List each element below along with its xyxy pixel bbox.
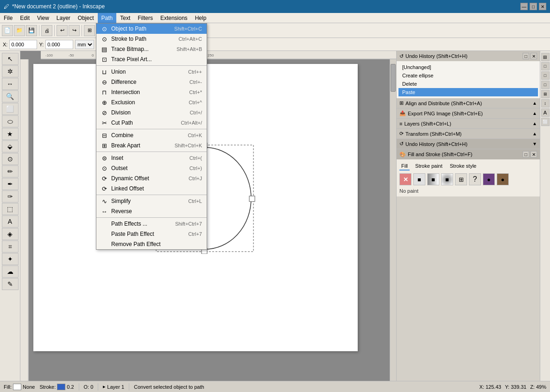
menu-filters[interactable]: Filters xyxy=(134,13,157,23)
menu-simplify[interactable]: ∿ Simplify Ctrl+L xyxy=(96,196,207,206)
toolbar-redo[interactable]: ↪ xyxy=(69,25,80,36)
menu-union[interactable]: ⊔ Union Ctrl++ xyxy=(96,67,207,77)
tool-spray[interactable]: ☁ xyxy=(2,266,19,278)
tool-rect[interactable]: ⬜ xyxy=(2,103,19,115)
right-icon-8[interactable]: ⬜ xyxy=(541,118,550,126)
fill-flat-btn[interactable]: ■ xyxy=(413,173,425,185)
fill-marker1-btn[interactable]: ● xyxy=(483,173,495,185)
coord-unit-select[interactable]: mm px in xyxy=(75,40,94,49)
tool-tweak[interactable]: ↔ xyxy=(2,78,19,90)
fill-stroke-header[interactable]: 🎨 Fill and Stroke (Shift+Ctrl+F) □ ✕ xyxy=(397,149,540,159)
tool-ellipse[interactable]: ⬭ xyxy=(2,115,19,127)
tool-zoom[interactable]: 🔍 xyxy=(2,90,19,102)
tool-node[interactable]: ✲ xyxy=(2,65,19,77)
right-icon-2[interactable]: □ xyxy=(541,62,550,70)
fill-pattern-btn[interactable]: ⊞ xyxy=(455,173,467,185)
menu-path[interactable]: Path xyxy=(98,13,117,23)
menu-trace-pixel-art[interactable]: ⊡ Trace Pixel Art... xyxy=(96,54,207,64)
menu-dynamic-offset[interactable]: ⟳ Dynamic Offset Ctrl+J xyxy=(96,173,207,183)
fill-none-btn[interactable]: ✕ xyxy=(399,173,411,185)
align-collapse-icon[interactable]: ▲ xyxy=(532,101,537,106)
layers-collapse-icon[interactable]: ▲ xyxy=(532,121,537,126)
fill-stroke-float[interactable]: □ xyxy=(523,151,529,158)
tool-bucket[interactable]: ⬚ xyxy=(2,203,19,215)
menu-file[interactable]: File xyxy=(0,13,16,23)
menu-intersection[interactable]: ⊓ Intersection Ctrl+* xyxy=(96,87,207,97)
toolbar-open[interactable]: 📁 xyxy=(14,25,25,36)
layers-panel-header[interactable]: ≡ Layers (Shift+Ctrl+L) ▲ xyxy=(397,119,540,129)
menu-edit[interactable]: Edit xyxy=(16,13,33,23)
fill-unknown-btn[interactable]: ? xyxy=(469,173,481,185)
close-button[interactable]: ✕ xyxy=(539,3,546,10)
right-icon-7[interactable]: A xyxy=(541,108,550,117)
right-icon-3[interactable]: □ xyxy=(541,71,550,80)
export-collapse-icon[interactable]: ▲ xyxy=(532,111,537,116)
toolbar-new[interactable]: 📄 xyxy=(2,25,13,36)
toolbar-undo[interactable]: ↩ xyxy=(57,25,68,36)
transform-collapse-icon[interactable]: ▲ xyxy=(532,131,537,136)
undo-item-unchanged[interactable]: [Unchanged] xyxy=(398,63,538,71)
menu-division[interactable]: ⊘ Division Ctrl+/ xyxy=(96,107,207,118)
window-controls[interactable]: — □ ✕ xyxy=(520,3,546,10)
toolbar-save[interactable]: 💾 xyxy=(26,25,37,36)
tool-calligraphy[interactable]: ✑ xyxy=(2,190,19,202)
undo-history-panel-header2[interactable]: ↺ Undo History (Shift+Ctrl+H) ▼ xyxy=(397,139,540,149)
menu-combine[interactable]: ⊟ Combine Ctrl+K xyxy=(96,130,207,140)
tool-spiral[interactable]: ⊙ xyxy=(2,153,19,165)
tool-dropper[interactable]: ✦ xyxy=(2,253,19,265)
menu-text[interactable]: Text xyxy=(116,13,134,23)
right-icon-5[interactable]: ⊞ xyxy=(541,90,550,98)
menu-difference[interactable]: ⊖ Difference Ctrl+- xyxy=(96,77,207,87)
menu-reverse[interactable]: ↔ Reverse xyxy=(96,206,207,216)
fill-linear-btn[interactable]: ■ xyxy=(427,173,439,185)
coord-y-input[interactable] xyxy=(45,40,73,49)
menu-object[interactable]: Object xyxy=(74,13,98,23)
tool-select[interactable]: ↖ xyxy=(2,53,19,65)
menu-trace-bitmap[interactable]: ▤ Trace Bitmap... Shift+Alt+B xyxy=(96,44,207,54)
toolbar-zoom-fit[interactable]: ⊞ xyxy=(84,25,95,36)
menu-break-apart[interactable]: ⊞ Break Apart Shift+Ctrl+K xyxy=(96,140,207,151)
right-icon-4[interactable]: □ xyxy=(541,81,550,89)
menu-help[interactable]: Help xyxy=(191,13,210,23)
tab-stroke-paint[interactable]: Stroke paint xyxy=(413,162,444,171)
vertical-scrollbar[interactable] xyxy=(390,59,396,387)
tool-pencil[interactable]: ✏ xyxy=(2,165,19,177)
coord-x-input[interactable] xyxy=(9,40,37,49)
tool-star[interactable]: ★ xyxy=(2,128,19,140)
menu-paste-path-effect[interactable]: Paste Path Effect Ctrl+7 xyxy=(96,229,207,239)
export-png-panel-header[interactable]: 📤 Export PNG Image (Shift+Ctrl+E) ▲ xyxy=(397,108,540,119)
menu-layer[interactable]: Layer xyxy=(53,13,74,23)
menu-extensions[interactable]: Extensions xyxy=(157,13,191,23)
undo-panel-close[interactable]: ✕ xyxy=(531,53,537,59)
tool-gradient[interactable]: ◈ xyxy=(2,228,19,240)
minimize-button[interactable]: — xyxy=(520,3,528,10)
canvas-area[interactable]: -100 -50 0 50 100 150 200 250 xyxy=(20,51,396,392)
maximize-button[interactable]: □ xyxy=(530,3,537,10)
tool-eraser[interactable]: ✎ xyxy=(2,278,19,290)
menu-remove-path-effect[interactable]: Remove Path Effect xyxy=(96,239,207,249)
right-icon-6[interactable]: ↕ xyxy=(541,99,550,107)
fill-radial-btn[interactable]: ■ xyxy=(441,173,453,185)
menu-path-effects[interactable]: Path Effects ... Shift+Ctrl+7 xyxy=(96,219,207,229)
undo-item-create-ellipse[interactable]: Create ellipse xyxy=(398,71,538,80)
undo2-collapse-icon[interactable]: ▼ xyxy=(532,141,537,146)
undo-history-header[interactable]: ↺ Undo History (Shift+Ctrl+H) □ ✕ xyxy=(397,51,540,61)
fill-marker2-btn[interactable]: ● xyxy=(497,173,509,185)
menu-outset[interactable]: ⊙ Outset Ctrl+) xyxy=(96,163,207,173)
align-distribute-panel-header[interactable]: ⊞ Align and Distribute (Shift+Ctrl+A) ▲ xyxy=(397,98,540,108)
tab-fill[interactable]: Fill xyxy=(399,162,410,171)
undo-item-delete[interactable]: Delete xyxy=(398,80,538,88)
tab-stroke-style[interactable]: Stroke style xyxy=(448,162,478,171)
menu-exclusion[interactable]: ⊕ Exclusion Ctrl+^ xyxy=(96,97,207,107)
menu-cut-path[interactable]: ✂ Cut Path Ctrl+Alt+/ xyxy=(96,118,207,128)
tool-pen[interactable]: ✒ xyxy=(2,178,19,190)
tool-connector[interactable]: ⌗ xyxy=(2,240,19,253)
tool-text[interactable]: A xyxy=(2,215,19,228)
menu-linked-offset[interactable]: ⟳ Linked Offset xyxy=(96,183,207,194)
transform-panel-header[interactable]: ⟳ Transform (Shift+Ctrl+M) ▲ xyxy=(397,129,540,139)
undo-panel-float[interactable]: □ xyxy=(523,53,529,59)
toolbar-print[interactable]: 🖨 xyxy=(41,25,52,36)
menu-inset[interactable]: ⊜ Inset Ctrl+( xyxy=(96,153,207,163)
tool-3d[interactable]: ⬙ xyxy=(2,140,19,152)
right-icon-1[interactable]: ▤ xyxy=(541,53,550,61)
